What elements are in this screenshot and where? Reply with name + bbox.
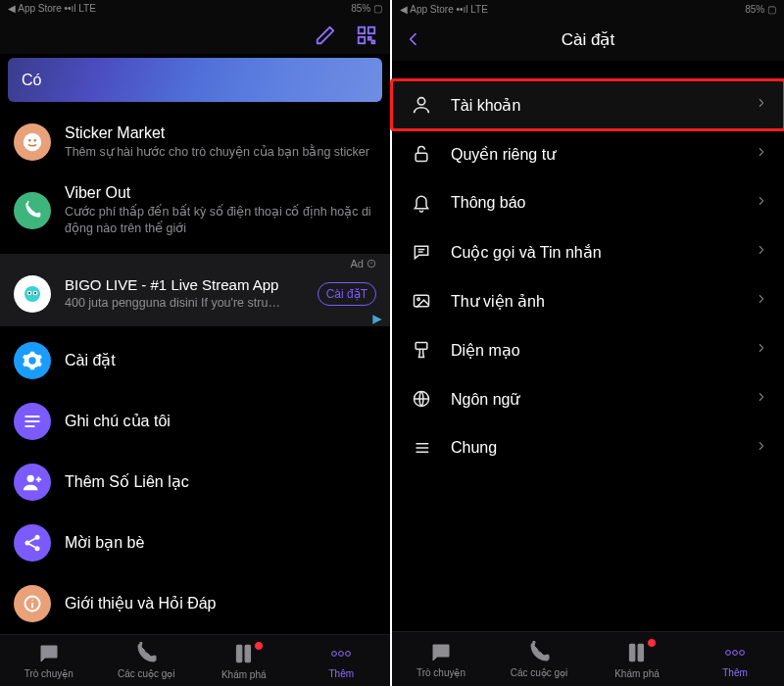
ad-row[interactable]: BIGO LIVE - #1 Live Stream App 400 juta … bbox=[0, 270, 390, 326]
svg-point-7 bbox=[33, 139, 36, 142]
sticker-sub: Thêm sự hài hước cho trò chuyện của bạn … bbox=[65, 144, 376, 160]
brush-icon bbox=[410, 338, 433, 362]
sticker-text: Sticker Market Thêm sự hài hước cho trò … bbox=[65, 124, 376, 160]
chevron-right-icon bbox=[757, 438, 766, 458]
svg-point-31 bbox=[332, 652, 337, 657]
add-contact-row[interactable]: Thêm Số Liên lạc bbox=[0, 452, 390, 513]
media-label: Thư viện ảnh bbox=[451, 292, 739, 311]
setting-media[interactable]: Thư viện ảnh bbox=[392, 276, 784, 325]
share-icon bbox=[14, 524, 51, 562]
svg-point-10 bbox=[24, 286, 40, 302]
globe-icon bbox=[410, 387, 433, 411]
edit-icon[interactable] bbox=[314, 24, 337, 47]
setting-general[interactable]: Chung bbox=[392, 423, 784, 472]
setting-notifications[interactable]: Thông báo bbox=[392, 178, 784, 227]
svg-point-5 bbox=[24, 133, 41, 151]
adchoices-icon[interactable] bbox=[370, 313, 384, 330]
svg-line-24 bbox=[29, 538, 35, 541]
chevron-right-icon bbox=[757, 144, 766, 164]
bigo-icon bbox=[14, 275, 51, 313]
add-contact-label: Thêm Số Liên lạc bbox=[65, 472, 189, 491]
tab-chats-label: Trò chuyện bbox=[416, 667, 466, 678]
chevron-right-icon bbox=[757, 340, 766, 360]
about-row[interactable]: Giới thiệu và Hỏi Đáp bbox=[0, 573, 390, 634]
install-button[interactable]: Cài đặT bbox=[318, 282, 376, 306]
sticker-title: Sticker Market bbox=[65, 124, 376, 142]
svg-rect-38 bbox=[415, 295, 429, 307]
tab-more[interactable]: Thêm bbox=[686, 632, 784, 686]
setting-account[interactable]: Tài khoản bbox=[392, 80, 784, 129]
viberout-sub: Cước phí thấp đến bất kỳ số điện thoại c… bbox=[65, 204, 376, 236]
settings-header: Cài đặt bbox=[392, 18, 784, 61]
about-label: Giới thiệu và Hỏi Đáp bbox=[65, 594, 217, 612]
svg-rect-2 bbox=[359, 37, 365, 43]
svg-line-25 bbox=[29, 544, 35, 547]
back-icon[interactable] bbox=[406, 28, 427, 50]
notification-dot-icon bbox=[254, 641, 264, 651]
bell-icon bbox=[410, 191, 433, 215]
sticker-icon bbox=[14, 123, 51, 161]
general-label: Chung bbox=[451, 439, 739, 457]
my-notes-row[interactable]: Ghi chú của tôi bbox=[0, 391, 390, 452]
svg-point-18 bbox=[27, 475, 34, 482]
ad-text: BIGO LIVE - #1 Live Stream App 400 juta … bbox=[65, 276, 304, 311]
svg-rect-0 bbox=[359, 27, 365, 33]
qr-icon[interactable] bbox=[355, 24, 378, 47]
tab-more[interactable]: Thêm bbox=[293, 635, 391, 686]
svg-point-34 bbox=[417, 98, 424, 105]
svg-point-47 bbox=[726, 650, 731, 655]
statusbar: ◀ App Store ••ıl LTE 85% ▢ bbox=[392, 0, 784, 18]
chat-icon bbox=[410, 240, 433, 264]
ad-title: BIGO LIVE - #1 Live Stream App bbox=[65, 276, 304, 293]
screen-settings: ◀ App Store ••ıl LTE 85% ▢ Cài đặt Tài k… bbox=[392, 0, 784, 686]
tabbar: Trò chuyện Các cuộc gọi Khám phá Thêm bbox=[0, 634, 390, 686]
calls-messages-label: Cuộc gọi và Tin nhắn bbox=[451, 243, 739, 262]
ad-sub: 400 juta pengguna disini If you're stru… bbox=[65, 295, 304, 311]
notifications-label: Thông báo bbox=[451, 194, 739, 212]
statusbar: ◀ App Store ••ıl LTE 85% ▢ bbox=[0, 0, 390, 17]
add-contact-icon bbox=[14, 464, 51, 501]
tab-explore[interactable]: Khám phá bbox=[195, 635, 293, 686]
privacy-label: Quyền riêng tư bbox=[451, 145, 739, 164]
info-icon bbox=[14, 585, 51, 622]
setting-language[interactable]: Ngôn ngữ bbox=[392, 374, 784, 423]
svg-point-14 bbox=[34, 292, 36, 294]
chevron-right-icon bbox=[757, 193, 766, 213]
tab-chats[interactable]: Trò chuyện bbox=[392, 632, 490, 686]
viberout-title: Viber Out bbox=[65, 184, 376, 202]
svg-point-21 bbox=[25, 540, 30, 545]
viberout-icon bbox=[14, 192, 51, 229]
svg-point-48 bbox=[733, 650, 738, 655]
battery-text: 85% ▢ bbox=[351, 3, 382, 14]
settings-row[interactable]: Cài đặt bbox=[0, 326, 390, 391]
svg-rect-29 bbox=[236, 645, 241, 662]
tab-explore[interactable]: Khám phá bbox=[588, 632, 686, 686]
settings-label: Cài đặt bbox=[65, 351, 116, 369]
setting-privacy[interactable]: Quyền riêng tư bbox=[392, 129, 784, 178]
tab-more-label: Thêm bbox=[328, 668, 354, 679]
carrier-text: ◀ App Store ••ıl LTE bbox=[400, 4, 488, 15]
image-icon bbox=[410, 289, 433, 313]
chevron-right-icon bbox=[757, 95, 766, 115]
setting-appearance[interactable]: Diện mạo bbox=[392, 325, 784, 374]
tab-chats[interactable]: Trò chuyện bbox=[0, 635, 98, 686]
viberout-text: Viber Out Cước phí thấp đến bất kỳ số đi… bbox=[65, 184, 376, 236]
tab-chats-label: Trò chuyện bbox=[24, 668, 74, 679]
svg-rect-40 bbox=[416, 343, 427, 350]
screen-more: ◀ App Store ••ıl LTE 85% ▢ Có Sticker Ma… bbox=[0, 0, 392, 686]
ad-badge: Ad bbox=[0, 256, 390, 270]
sticker-market-row[interactable]: Sticker Market Thêm sự hài hước cho trò … bbox=[0, 112, 390, 172]
setting-calls-messages[interactable]: Cuộc gọi và Tin nhắn bbox=[392, 227, 784, 276]
svg-point-33 bbox=[346, 652, 351, 657]
filter-label: Có bbox=[22, 72, 41, 89]
invite-row[interactable]: Mời bạn bè bbox=[0, 513, 390, 573]
tab-calls[interactable]: Các cuộc gọi bbox=[490, 632, 588, 686]
svg-point-22 bbox=[35, 535, 40, 540]
user-icon bbox=[410, 93, 433, 117]
chevron-right-icon bbox=[757, 291, 766, 311]
filter-strip[interactable]: Có bbox=[8, 58, 382, 102]
viber-out-row[interactable]: Viber Out Cước phí thấp đến bất kỳ số đi… bbox=[0, 172, 390, 248]
svg-rect-30 bbox=[245, 645, 250, 662]
ad-block: Ad BIGO LIVE - #1 Live Stream App 400 ju… bbox=[0, 254, 390, 326]
tab-calls[interactable]: Các cuộc gọi bbox=[98, 635, 196, 686]
